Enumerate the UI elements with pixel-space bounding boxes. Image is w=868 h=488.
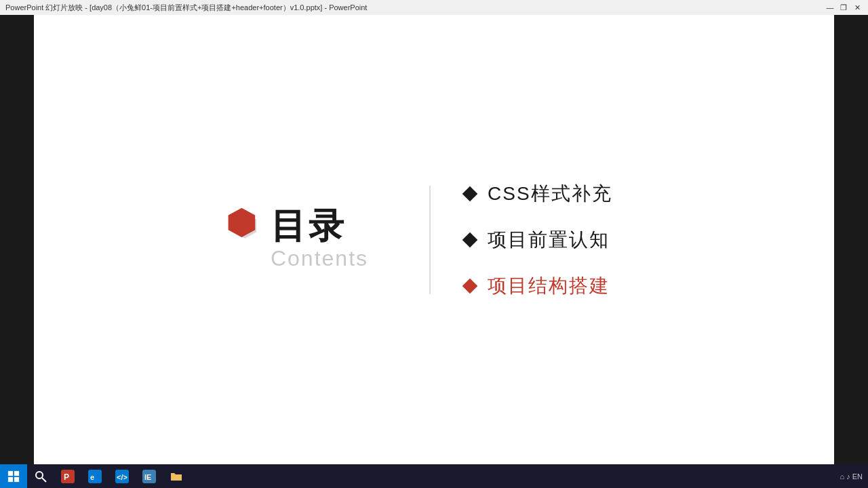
logo-title-row: 目录 xyxy=(227,208,347,243)
window-title: PowerPoint 幻灯片放映 - [day08（小兔鲜01-项目前置样式+项… xyxy=(5,3,367,13)
svg-line-7 xyxy=(42,478,46,482)
main-title: 目录 xyxy=(271,208,347,243)
list-item: 项目结构搭建 xyxy=(465,273,641,299)
restore-button[interactable]: ❐ xyxy=(838,2,849,13)
list-item: CSS样式补充 xyxy=(465,181,641,207)
svg-text:IE: IE xyxy=(144,473,151,481)
taskbar-ie[interactable]: IE xyxy=(136,464,163,488)
list-item: 项目前置认知 xyxy=(465,227,641,253)
list-text-1: CSS样式补充 xyxy=(488,181,612,207)
taskbar-folder[interactable] xyxy=(163,464,190,488)
diamond-icon-2 xyxy=(462,232,478,247)
sub-title: Contents xyxy=(271,246,368,271)
slide-content: 目录 Contents CSS样式补充 项目前置认知 项目结构搭建 xyxy=(34,15,834,464)
slide-container: 目录 Contents CSS样式补充 项目前置认知 项目结构搭建 xyxy=(34,15,834,464)
left-section: 目录 Contents xyxy=(227,208,395,271)
divider xyxy=(429,186,431,294)
hex-icon xyxy=(227,208,262,243)
taskbar-powerpoint[interactable]: P xyxy=(54,464,81,488)
taskbar-right: ⌂ ♪ EN xyxy=(840,472,868,481)
list-text-2: 项目前置认知 xyxy=(488,227,610,253)
start-button[interactable] xyxy=(0,464,27,488)
right-sidebar xyxy=(834,15,868,464)
taskbar-edge[interactable]: e xyxy=(81,464,108,488)
svg-rect-5 xyxy=(14,476,19,481)
left-sidebar xyxy=(0,15,34,464)
right-section: CSS样式补充 项目前置认知 项目结构搭建 xyxy=(465,181,641,299)
svg-text:e: e xyxy=(90,473,94,481)
taskbar: P e </> IE ⌂ ♪ EN xyxy=(0,464,868,488)
title-bar-controls[interactable]: — ❐ ✕ xyxy=(825,2,863,13)
minimize-button[interactable]: — xyxy=(825,2,835,13)
taskbar-search[interactable] xyxy=(27,464,54,488)
list-text-3: 项目结构搭建 xyxy=(488,273,610,299)
system-tray: ⌂ ♪ EN xyxy=(840,472,863,481)
svg-text:</>: </> xyxy=(117,473,127,481)
content-wrapper: 目录 Contents CSS样式补充 项目前置认知 项目结构搭建 xyxy=(227,181,641,299)
svg-rect-2 xyxy=(8,470,13,475)
title-bar: PowerPoint 幻灯片放映 - [day08（小兔鲜01-项目前置样式+项… xyxy=(0,0,868,15)
taskbar-vscode[interactable]: </> xyxy=(108,464,136,488)
diamond-icon-3 xyxy=(462,278,478,293)
diamond-icon-1 xyxy=(462,186,478,201)
svg-text:P: P xyxy=(64,472,69,482)
close-button[interactable]: ✕ xyxy=(852,2,863,13)
svg-rect-3 xyxy=(14,470,19,475)
svg-point-6 xyxy=(36,472,43,479)
svg-rect-4 xyxy=(8,476,13,481)
